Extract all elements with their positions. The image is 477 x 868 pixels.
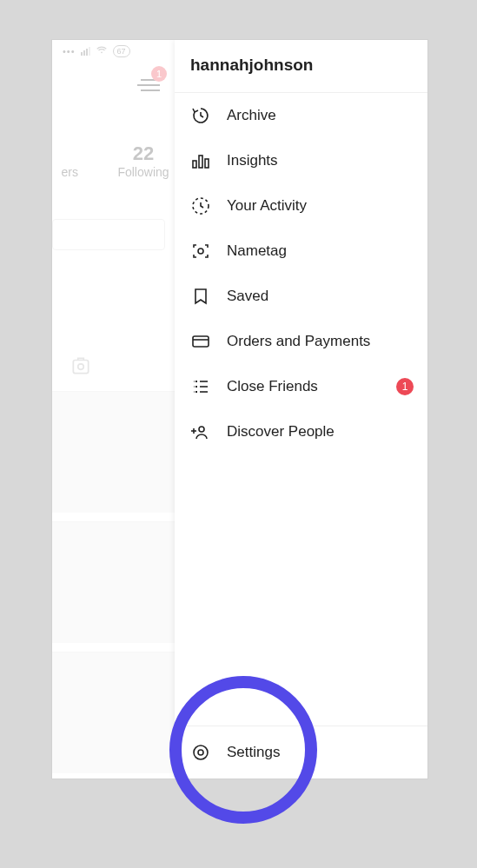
archive-icon	[190, 105, 211, 126]
menu-item-activity[interactable]: Your Activity	[175, 183, 427, 229]
svg-point-2	[78, 364, 84, 370]
menu-item-label: Your Activity	[227, 197, 307, 215]
svg-point-7	[198, 248, 203, 254]
saved-icon	[190, 286, 211, 307]
svg-rect-4	[199, 156, 202, 168]
menu-item-label: Saved	[227, 288, 268, 305]
action-button[interactable]	[52, 219, 165, 250]
menu-button[interactable]: 1	[132, 71, 160, 99]
menu-item-nametag[interactable]: Nametag	[175, 229, 427, 274]
svg-point-13	[199, 427, 204, 432]
menu-item-label: Insights	[227, 152, 278, 169]
menu-item-settings[interactable]: Settings	[175, 726, 427, 779]
menu-badge: 1	[151, 66, 167, 82]
followers-label: ers	[52, 165, 78, 179]
phone-frame: ••• 67 1 ers 22 Following hannah	[52, 40, 427, 779]
svg-rect-3	[193, 161, 196, 168]
discover-people-icon	[190, 421, 211, 442]
nametag-icon	[190, 241, 211, 262]
following-label: Following	[104, 165, 182, 179]
svg-rect-8	[193, 336, 209, 347]
menu-item-label: Archive	[227, 107, 276, 124]
menu-item-orders[interactable]: Orders and Payments	[175, 319, 427, 364]
menu-item-label: Nametag	[227, 242, 287, 260]
svg-rect-1	[73, 361, 88, 374]
menu-item-close-friends[interactable]: Close Friends 1	[175, 364, 427, 409]
activity-icon	[190, 195, 211, 216]
menu-item-archive[interactable]: Archive	[175, 93, 427, 138]
settings-label: Settings	[227, 744, 280, 761]
signal-icon	[81, 47, 90, 56]
battery-indicator: 67	[113, 45, 130, 57]
followers-stat[interactable]: ers	[52, 142, 78, 179]
following-stat[interactable]: 22 Following	[104, 142, 182, 179]
menu-item-insights[interactable]: Insights	[175, 138, 427, 183]
menu-list: Archive Insights Your Activity Nametag	[175, 93, 427, 726]
svg-point-0	[101, 51, 103, 53]
status-dots: •••	[63, 46, 76, 56]
svg-rect-5	[205, 159, 209, 168]
menu-item-discover[interactable]: Discover People	[175, 409, 427, 454]
svg-point-17	[198, 750, 203, 755]
menu-item-label: Orders and Payments	[227, 333, 370, 350]
settings-icon	[190, 742, 211, 763]
close-friends-icon	[190, 376, 211, 397]
side-menu: hannahjohnson Archive Insights Your Acti…	[175, 40, 427, 779]
menu-item-label: Close Friends	[227, 378, 318, 395]
svg-point-16	[194, 745, 208, 759]
menu-item-saved[interactable]: Saved	[175, 274, 427, 319]
close-friends-badge: 1	[396, 378, 414, 395]
wifi-icon	[96, 44, 108, 58]
insights-icon	[190, 150, 211, 171]
following-count: 22	[104, 142, 182, 165]
menu-username: hannahjohnson	[175, 40, 427, 93]
card-icon	[190, 331, 211, 352]
menu-item-label: Discover People	[227, 423, 335, 441]
